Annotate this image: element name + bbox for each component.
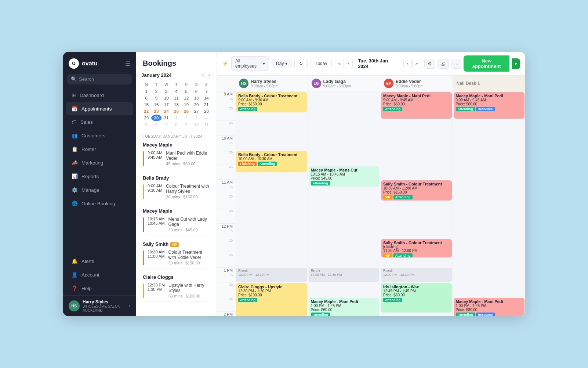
cal-day[interactable]: 31 <box>161 115 171 121</box>
print-button[interactable]: 🖨 <box>438 59 449 69</box>
event-claire-upstyle[interactable]: Claire Cloggs - Upstyle 12:30 PM - 1:30 … <box>236 283 307 316</box>
sidebar-item-manage[interactable]: ⚙️ Manage <box>66 183 133 196</box>
appt-item[interactable]: 12:30 PM 1:30 PM Upstyle with Harry Styl… <box>143 283 210 302</box>
event-sally-colour1[interactable]: Sally Smith - Colour Treatment 10:30 AM … <box>381 180 452 201</box>
cal-day[interactable]: 3 <box>191 115 201 121</box>
employee-filter-select[interactable]: All employees ▾ <box>231 56 269 71</box>
user-row[interactable]: HS Harry Styles WHOLESOME SALONAUCKLAND … <box>63 295 136 316</box>
sidebar-item-alerts[interactable]: 🔔 Alerts <box>66 255 133 268</box>
event-macey-menscut[interactable]: Macey Maple - Mens Cut 10:15 AM - 10:45 … <box>309 166 380 187</box>
cal-day[interactable]: 24 <box>161 108 171 115</box>
appt-item[interactable]: 10:15 AM 10:45 AM Mens Cut with Lady Gag… <box>143 217 210 235</box>
cal-day[interactable]: 30 <box>151 115 161 121</box>
cal-day[interactable]: 17 <box>161 101 171 108</box>
cal-day[interactable]: 7 <box>161 121 171 128</box>
new-appointment-caret[interactable]: ▾ <box>512 58 520 69</box>
refresh-button[interactable]: ↻ <box>294 59 308 68</box>
cal-day[interactable]: 10 <box>191 121 201 128</box>
cal-day[interactable]: 2 <box>181 115 191 121</box>
event-sally-colour2[interactable]: Sally Smith - Colour Treatment [Finishin… <box>381 239 452 257</box>
today-button[interactable]: Today <box>311 59 332 68</box>
cal-day[interactable]: 1 <box>171 115 181 121</box>
mini-cal-prev-button[interactable]: ‹ <box>201 71 206 79</box>
nav-next-button[interactable]: › <box>403 59 411 68</box>
sidebar-item-help[interactable]: ❓ Help <box>66 282 133 295</box>
cal-day[interactable]: 3 <box>161 88 171 95</box>
event-bella-colour1[interactable]: Bella Brady - Colour Treatment 9:00 AM -… <box>236 92 307 112</box>
search-input[interactable] <box>79 76 128 82</box>
appt-time: 10:15 AM 10:45 AM <box>148 217 164 226</box>
cal-day[interactable]: 13 <box>191 95 201 101</box>
cal-day[interactable]: 12 <box>181 95 191 101</box>
new-appointment-button[interactable]: New appointment <box>464 55 509 72</box>
cal-day[interactable]: 16 <box>151 101 161 108</box>
cal-day[interactable]: 29 <box>141 115 151 121</box>
sidebar-item-label: Manage <box>81 187 99 193</box>
sidebar-item-marketing[interactable]: 📣 Marketing <box>66 156 133 169</box>
sidebar-item-reports[interactable]: 📊 Reports <box>66 170 133 183</box>
sidebar-item-appointments[interactable]: 📅 Appointments <box>66 102 133 115</box>
avatar-hs: HS <box>239 79 248 88</box>
cal-day[interactable]: 9 <box>151 95 161 101</box>
cal-day[interactable]: 22 <box>141 108 151 115</box>
cal-day[interactable]: 18 <box>171 101 181 108</box>
hamburger-icon[interactable]: ☰ <box>125 60 130 67</box>
search-box[interactable]: 🔍 <box>67 74 132 84</box>
cal-day[interactable]: 9 <box>181 121 191 128</box>
cal-day[interactable]: 28 <box>202 108 211 115</box>
cal-day[interactable]: 2 <box>151 88 161 95</box>
view-select[interactable]: Day ▾ <box>272 59 291 68</box>
appt-item[interactable]: 9:00 AM 9:30 AM Colour Treatment with Ha… <box>143 184 210 202</box>
cal-day[interactable]: 1 <box>141 88 151 95</box>
calendar-panel: ⚡ All employees ▾ Day ▾ ↻ Today « ‹ <box>217 52 525 316</box>
cal-day[interactable]: 14 <box>202 95 211 101</box>
cal-day[interactable]: 11 <box>202 121 211 128</box>
cal-day[interactable]: 21 <box>202 101 211 108</box>
event-macey-manipedi-lg[interactable]: Macey Maple - Mani Pedi 1:00 PM - 1:45 P… <box>309 298 380 316</box>
cal-day[interactable]: 20 <box>191 101 201 108</box>
col-hours-ev: 9:00am - 5:00pm <box>396 84 424 88</box>
column-container: Bella Brady - Colour Treatment 9:00 AM -… <box>235 91 525 316</box>
cal-day[interactable]: 15 <box>141 101 151 108</box>
cal-day[interactable]: 11 <box>171 95 181 101</box>
nav-last-button[interactable]: » <box>412 59 421 68</box>
mini-calendar-month: January 2024 <box>141 72 171 78</box>
weekday-s2: S <box>202 82 211 88</box>
avatar: HS <box>69 300 80 311</box>
event-bella-colour2[interactable]: Bella Brady - Colour Treatment 10:00 AM … <box>236 151 307 172</box>
cal-day[interactable]: 5 <box>181 88 191 95</box>
sidebar-item-roster[interactable]: 📋 Roster <box>66 142 133 156</box>
settings-calendar-button[interactable]: ⚙ <box>424 59 435 69</box>
mini-cal-next-button[interactable]: › <box>207 71 211 79</box>
event-iris-wax[interactable]: Iris Islington - Wax 12:45 PM - 1:45 PM … <box>381 283 452 313</box>
cal-day[interactable]: 5 <box>141 121 151 128</box>
sidebar-item-online-booking[interactable]: 🌐 Online Booking <box>66 197 133 210</box>
cal-day[interactable]: 7 <box>202 88 211 95</box>
cal-day[interactable]: 10 <box>161 95 171 101</box>
more-button[interactable]: ··· <box>451 59 462 69</box>
sidebar-item-customers[interactable]: 👥 Customers <box>66 129 133 142</box>
weekday-m: M <box>141 82 151 88</box>
appt-item[interactable]: 10:30 AM 11:00 AM Colour Treatment with … <box>143 250 210 268</box>
cal-day[interactable]: 8 <box>141 95 151 101</box>
cal-day[interactable]: 19 <box>181 101 191 108</box>
cal-day[interactable]: 6 <box>151 121 161 128</box>
appt-item[interactable]: 9:00 AM 9:45 AM Mani Pedi with Eddie Ved… <box>143 151 210 169</box>
nav-prev-button[interactable]: ‹ <box>345 59 353 68</box>
cal-day[interactable]: 26 <box>181 108 191 115</box>
cal-day[interactable]: 23 <box>151 108 161 115</box>
sidebar-item-dashboard[interactable]: ⊞ Dashboard <box>66 89 133 102</box>
cal-day[interactable]: 4 <box>171 88 181 95</box>
cal-day[interactable]: 4 <box>202 115 211 121</box>
cal-day[interactable]: 27 <box>191 108 201 115</box>
filter-icon[interactable]: ⚡ <box>222 61 228 66</box>
event-macey-manipedi-ev[interactable]: Macey Maple - Mani Pedi 9:00 AM - 9:45 A… <box>381 92 452 119</box>
cal-day[interactable]: 6 <box>191 88 201 95</box>
cal-day[interactable]: 25 <box>171 108 181 115</box>
sidebar-item-account[interactable]: 👤 Account <box>66 268 133 281</box>
nav-first-button[interactable]: « <box>335 59 344 68</box>
sidebar-item-sales[interactable]: 🏷 Sales <box>66 116 133 129</box>
cal-day[interactable]: 8 <box>171 121 181 128</box>
event-macey-manipedi-nd2[interactable]: Macey Maple - Mani Pedi 1:00 PM - 1:45 P… <box>454 298 525 316</box>
event-macey-manipedi-nd1[interactable]: Macey Maple - Mani Pedi 9:00 AM - 9:45 A… <box>454 92 525 119</box>
